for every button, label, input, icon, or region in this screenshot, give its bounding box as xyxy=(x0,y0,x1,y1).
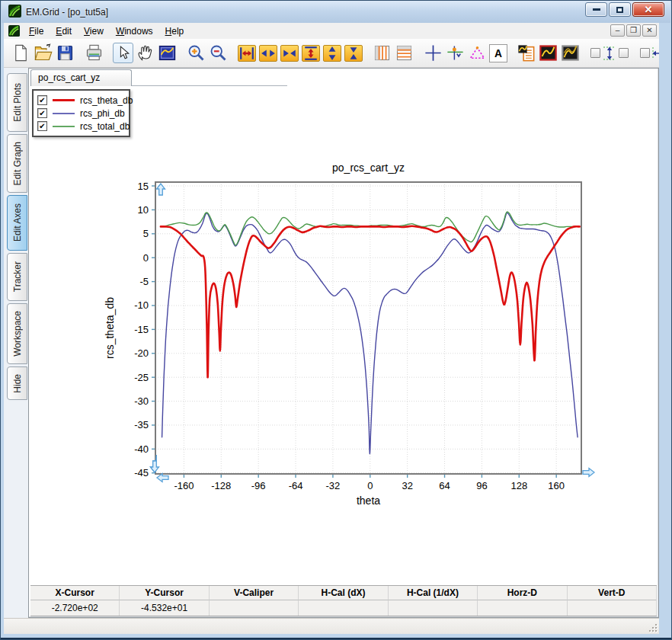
document-tab[interactable]: po_rcs_cart_yz xyxy=(30,69,132,86)
plot-client-area: po_rcs_cart_yz ✔rcs_theta_db✔rcs_phi_db✔… xyxy=(28,68,659,618)
plot-single-button[interactable] xyxy=(538,43,558,63)
zoom-out-icon xyxy=(208,43,229,63)
legend-checkbox[interactable]: ✔ xyxy=(37,121,47,131)
caliper-button[interactable] xyxy=(467,43,488,63)
sidebar-tab-label: Edit Plots xyxy=(12,83,23,122)
tracker-button[interactable] xyxy=(445,43,466,63)
legend-label: rcs_phi_db xyxy=(80,108,125,119)
legend-item[interactable]: ✔rcs_phi_db xyxy=(37,107,125,120)
horizontal-gridlines-button[interactable] xyxy=(394,43,414,63)
close-button[interactable]: ✕ xyxy=(632,2,664,17)
legend-line-swatch xyxy=(53,99,75,101)
tick-label-x: 64 xyxy=(439,480,450,491)
crosshair-icon xyxy=(423,43,443,63)
axis-handle-left-icon[interactable] xyxy=(157,474,168,482)
status-value-3 xyxy=(299,600,388,616)
y-axis-label: rcs_theta_db xyxy=(104,297,116,359)
axis-handle-down-icon[interactable] xyxy=(151,461,159,472)
align-v-group-checkbox-right[interactable] xyxy=(619,48,629,58)
zoom-out-button[interactable] xyxy=(208,43,229,63)
sidebar-tab-edit-axes[interactable]: Edit Axes xyxy=(7,195,27,251)
print-button[interactable] xyxy=(84,43,104,63)
mdi-minimize-button[interactable]: – xyxy=(610,24,625,37)
tick-label-x: -96 xyxy=(251,480,266,491)
legend-checkbox[interactable]: ✔ xyxy=(37,95,47,105)
status-value-6 xyxy=(568,600,657,616)
chart-svg[interactable]: -160-128-96-64-320326496128160151050-5-1… xyxy=(29,69,659,541)
close-icon: ✕ xyxy=(645,4,653,15)
zoom-box-button[interactable] xyxy=(157,43,178,63)
zoom-box-icon xyxy=(157,43,178,63)
h-collapse-button[interactable] xyxy=(280,45,299,62)
tick-label-y: 5 xyxy=(143,228,149,239)
legend-label: rcs_total_db xyxy=(80,121,130,132)
menu-help[interactable]: Help xyxy=(159,24,190,39)
zoom-in-icon xyxy=(186,43,206,63)
mdi-restore-button[interactable]: ❐ xyxy=(626,24,641,37)
sidebar-tab-edit-plots[interactable]: Edit Plots xyxy=(7,73,27,132)
vertical-gridlines-button[interactable] xyxy=(372,43,392,63)
legend-box[interactable]: ✔rcs_theta_db✔rcs_phi_db✔rcs_total_db xyxy=(32,89,130,137)
legend-checkbox[interactable]: ✔ xyxy=(37,108,47,118)
horizontal-gridlines-icon xyxy=(394,43,414,63)
resize-grip-icon[interactable] xyxy=(648,622,658,632)
tick-label-y: -45 xyxy=(134,467,149,478)
tick-label-y: -30 xyxy=(134,395,149,407)
restore-button[interactable] xyxy=(609,2,631,17)
sidebar-tab-label: Workspace xyxy=(12,311,23,357)
axis-handle-up-icon[interactable] xyxy=(157,184,165,195)
pan-hand-button[interactable] xyxy=(135,43,155,63)
sidebar-tab-hide[interactable]: Hide xyxy=(7,366,27,400)
axis-handle-right-icon[interactable] xyxy=(583,469,594,477)
align-h-group-checkbox-left[interactable] xyxy=(640,48,650,58)
plot-multi-button[interactable] xyxy=(560,43,581,63)
plot-report-button[interactable] xyxy=(516,43,536,63)
minimize-button[interactable] xyxy=(585,2,607,17)
tick-label-y: -25 xyxy=(134,372,149,383)
sidebar-tab-edit-graph[interactable]: Edit Graph xyxy=(7,134,27,193)
sidebar-tab-tracker[interactable]: Tracker xyxy=(7,253,27,301)
menu-view[interactable]: View xyxy=(78,24,110,39)
print-icon xyxy=(84,43,104,63)
cursor-status-table: X-CursorY-CursorV-CaliperH-Cal (dX)H-Cal… xyxy=(30,585,657,616)
new-document-button[interactable] xyxy=(11,43,31,63)
text-annotation-icon: A xyxy=(490,45,507,62)
title-bar[interactable]: EM.Grid - [po_tut5a] ✕ xyxy=(2,1,670,23)
new-document-icon xyxy=(11,43,31,63)
menu-bar: FileEditViewWindowsHelp – ❐ ✕ xyxy=(4,23,659,39)
v-collapse-button[interactable] xyxy=(344,45,363,62)
align-h-icon[interactable] xyxy=(650,46,659,61)
sidebar-tab-label: Edit Axes xyxy=(12,203,23,242)
align-h-group xyxy=(640,46,659,61)
sidebar-tab-label: Hide xyxy=(12,374,23,393)
status-value-4 xyxy=(389,600,478,616)
status-value-5 xyxy=(478,600,567,616)
h-expand-button[interactable] xyxy=(238,45,256,62)
menu-windows[interactable]: Windows xyxy=(110,24,159,39)
window-status-bar xyxy=(4,618,659,634)
open-file-button[interactable] xyxy=(33,43,53,63)
select-arrow-button[interactable] xyxy=(113,43,133,63)
tab-row-divider xyxy=(132,85,287,86)
zoom-in-button[interactable] xyxy=(186,43,206,63)
h-arrows-out-button[interactable] xyxy=(259,45,277,62)
v-expand-button[interactable] xyxy=(302,45,320,62)
window-title: EM.Grid - [po_tut5a] xyxy=(26,7,108,18)
crosshair-button[interactable] xyxy=(423,43,443,63)
align-v-icon[interactable] xyxy=(600,46,619,61)
sidebar-tab-workspace[interactable]: Workspace xyxy=(7,303,27,364)
mdi-system-icon[interactable] xyxy=(8,25,20,37)
text-annotation-button[interactable]: A xyxy=(489,44,507,62)
legend-line-swatch xyxy=(53,113,75,114)
status-header-5: Horz-D xyxy=(478,586,567,600)
menu-edit[interactable]: Edit xyxy=(50,24,78,39)
menu-file[interactable]: File xyxy=(23,24,50,39)
save-button[interactable] xyxy=(55,43,75,63)
v-arrows-out-button[interactable] xyxy=(323,45,341,62)
legend-item[interactable]: ✔rcs_total_db xyxy=(37,120,125,133)
mdi-close-button[interactable]: ✕ xyxy=(642,24,657,37)
align-v-group-checkbox-left[interactable] xyxy=(590,48,600,58)
tick-label-x: 128 xyxy=(510,480,527,491)
legend-item[interactable]: ✔rcs_theta_db xyxy=(37,94,125,107)
tick-label-y: -35 xyxy=(134,419,149,430)
